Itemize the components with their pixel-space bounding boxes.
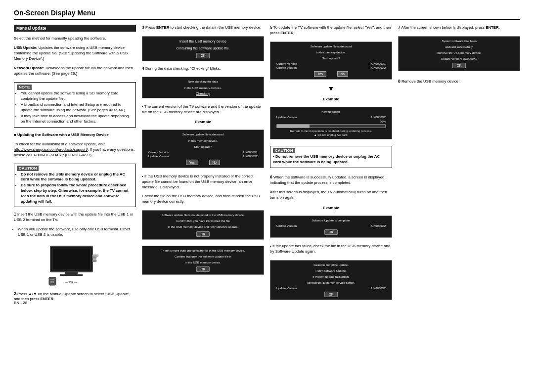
- success-ver-label: Update Version: [276, 224, 297, 227]
- column-3: 5 To update the TV software with the upd…: [270, 25, 392, 303]
- sys-line1: System software has been: [402, 39, 516, 43]
- sys-btn-row: OK: [402, 63, 516, 68]
- tv-diagram: — OR —: [14, 244, 136, 286]
- s5-yes-btn[interactable]: Yes: [314, 71, 326, 77]
- svg-rect-11: [52, 282, 54, 283]
- err1-btn-row: OK: [146, 231, 260, 237]
- update-ver-info: Update Version : UX0000X2: [148, 155, 258, 158]
- prog-caution: Remote Control operation is disabled dur…: [274, 130, 388, 132]
- err1-line3: to the USB memory device and retry softw…: [146, 225, 260, 229]
- svg-rect-5: [92, 260, 96, 262]
- s5-cur-ver-val: : UX0000X1: [370, 62, 386, 65]
- svg-rect-1: [52, 248, 90, 270]
- prog-ver-val: : UX0000X2: [370, 116, 386, 119]
- step1-bullets: When you update the software, use only o…: [14, 227, 136, 238]
- s5-no-btn[interactable]: No: [337, 71, 348, 77]
- usb-check-text: To check for the availability of a softw…: [14, 142, 136, 158]
- yes-btn[interactable]: Yes: [186, 160, 198, 165]
- fail-ver-label: Update Version: [276, 287, 297, 290]
- caution-list: Do not remove the USB memory device or u…: [17, 172, 133, 205]
- step8-num: 8: [398, 79, 400, 84]
- update-ver-label: Update Version: [148, 155, 169, 158]
- fail-btn-row: OK: [274, 292, 388, 297]
- no-btn[interactable]: No: [209, 160, 220, 165]
- fail-bullet: • If the update has failed, check the fi…: [270, 244, 392, 255]
- step6-num: 6: [270, 174, 272, 179]
- fail-ok-btn[interactable]: OK: [324, 292, 338, 297]
- success-ok-btn[interactable]: OK: [324, 229, 338, 235]
- err1-ok-btn[interactable]: OK: [196, 231, 210, 237]
- svg-text:— OR —: — OR —: [65, 281, 77, 284]
- su-line1: Software update file is detected: [146, 132, 260, 136]
- column-1: Manual Update Select the method for manu…: [14, 25, 136, 303]
- err2-ok-btn[interactable]: OK: [196, 266, 210, 272]
- dialog-insert-usb: Insert the USB memory device containing …: [142, 36, 264, 61]
- dialog-insert-ok-btn[interactable]: OK: [196, 53, 210, 58]
- current-version-bullet: • The current version of the TV software…: [142, 104, 264, 115]
- su-line3: Start update?: [146, 145, 260, 149]
- dialog-insert-btn-row: OK: [146, 53, 260, 58]
- step2: 2 Press ▲/▼ on the Manual Update screen …: [14, 291, 136, 303]
- sys-ok-btn[interactable]: OK: [452, 63, 466, 68]
- checking-line2: in the USB memory devices.: [146, 86, 260, 90]
- dialog-success: Software Update is complete. Update Vers…: [270, 216, 392, 238]
- fail-line2: Retry Software Update.: [274, 269, 388, 273]
- step6-text2: After this screen is displayed, the TV a…: [270, 190, 392, 201]
- caution-title: CAUTION: [17, 166, 39, 171]
- step2-text: Press ▲/▼ on the Manual Update screen to…: [14, 292, 130, 302]
- prog-ver-label: Update Version: [276, 116, 297, 119]
- svg-rect-9: [52, 281, 54, 282]
- col3-caution-title: CAUTION: [273, 148, 295, 153]
- success-ver-row: Update Version : UX0000X2: [276, 224, 386, 227]
- step1-text: Insert the USB memory device with the up…: [14, 212, 133, 222]
- s5-btns: Yes No: [274, 71, 388, 77]
- caution-item-2: Be sure to properly follow the whole pro…: [21, 183, 133, 205]
- example-label-1: Example: [142, 120, 264, 124]
- dialog-system-updated: System software has been updated success…: [398, 36, 520, 71]
- dialog-start-update: Software update file is detected in this…: [142, 130, 264, 168]
- sys-line3: Remove the USB memory device.: [402, 51, 516, 55]
- note-list: You cannot update the software using a S…: [17, 91, 133, 124]
- error-bullet-1: • If the USB memory device is not proper…: [142, 174, 264, 190]
- step4: 4 During the data checking, "Checking" b…: [142, 66, 264, 72]
- column-4: 7 After the screen shown below is displa…: [398, 25, 520, 303]
- fail-ver-row: Update Version : UX0000X2: [276, 287, 386, 290]
- dialog-error-2: There is more than one software file in …: [142, 246, 264, 275]
- usb-section-header: ■ Updating the Software with a USB Memor…: [14, 132, 136, 138]
- fail-line3: If system update fails again,: [274, 275, 388, 279]
- s5-line3: Start update?: [274, 56, 388, 60]
- checking-line1: Now checking the data: [146, 80, 260, 84]
- err1-line1: Software update file is not detected in …: [146, 213, 260, 217]
- prog-ac-caution: ▲ Do not unplug AC cord.: [274, 133, 388, 136]
- s5-upd-ver-label: Update Version: [276, 66, 297, 69]
- svg-rect-12: [92, 255, 98, 257]
- progress-fill: [277, 125, 310, 128]
- dialog-progress: Now updating. Update Version : UX0000X2 …: [270, 107, 392, 139]
- network-update-label: Network Update:: [14, 66, 44, 70]
- sys-line2: updated successfully.: [402, 45, 516, 49]
- progress-area: 30%: [276, 120, 386, 128]
- fail-ver-val: : UX0000X2: [370, 287, 386, 290]
- checking-label: Checking: [146, 92, 260, 95]
- note-title: NOTE: [17, 85, 32, 90]
- err2-btn-row: OK: [146, 266, 260, 272]
- svg-rect-7: [50, 279, 54, 280]
- step6: 6 When the software is successfully upda…: [270, 174, 392, 186]
- s5-line1: Software update file is detected: [274, 44, 388, 48]
- sys-ver: Update Version: UX0000X2: [402, 57, 516, 61]
- fail-line4: contact the customer service carrier.: [274, 281, 388, 285]
- column-2: 3 Press ENTER to start checking the data…: [142, 25, 264, 303]
- dialog-insert-line1: Insert the USB memory device: [146, 39, 260, 44]
- caution-box: CAUTION Do not remove the USB memory dev…: [14, 164, 136, 207]
- note-box: NOTE You cannot update the software usin…: [14, 82, 136, 127]
- step2-num: 2: [14, 291, 16, 296]
- note-item-1: You cannot update the software using a S…: [21, 91, 133, 102]
- example-label-2: Example: [270, 97, 392, 101]
- caution-item-1: Do not remove the USB memory device or u…: [21, 172, 133, 183]
- page-title: On-Screen Display Menu: [14, 9, 520, 20]
- success-ver-val: : UX0000X2: [370, 224, 386, 227]
- step4-num: 4: [142, 66, 144, 71]
- svg-rect-10: [50, 282, 52, 283]
- step3: 3 Press ENTER to start checking the data…: [142, 25, 264, 31]
- example-label-3: Example: [270, 206, 392, 210]
